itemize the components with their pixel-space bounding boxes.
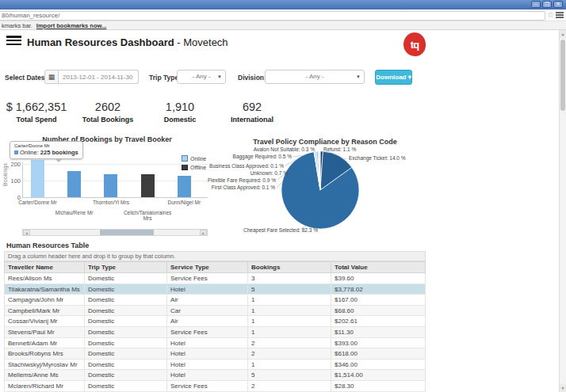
group-by-drop-zone[interactable]: Drag a column header here and drop it to…: [4, 251, 426, 261]
page-scrollbar[interactable]: ▲ ▼: [559, 30, 566, 392]
table-cell: Brooks/Robyns Mrs: [5, 348, 85, 359]
table-row[interactable]: Mellems/Anne MsDomesticHotel5$1,514.00: [5, 370, 425, 381]
x-axis-category-label: Michau/Rene Mr: [50, 210, 99, 215]
hamburger-menu-icon[interactable]: [6, 36, 21, 46]
table-cell: Domestic: [85, 273, 167, 284]
table-cell: $618.00: [331, 348, 425, 359]
table-cell: Air: [167, 295, 248, 305]
table-cell: 5: [248, 284, 331, 295]
table-cell: $3,778.02: [331, 284, 425, 295]
table-row[interactable]: Bennett/Adam MrDomesticHotel2$393.00: [5, 338, 425, 349]
trip-type-value: - Any -: [192, 73, 210, 80]
table-cell: 1: [248, 316, 331, 326]
pie-label-avalon-not-suitable: Avalon Not Suitable: 0.3 %: [254, 147, 315, 152]
table-cell: $11.30: [331, 327, 425, 337]
window-controls: – ❐ ✕: [531, 1, 563, 8]
kpi-value: 692: [216, 101, 289, 113]
legend-label: Online: [190, 156, 206, 162]
browser-menu-icon[interactable]: [556, 12, 564, 18]
x-axis-category-label: Celich/Tanialorraines Mrs: [123, 210, 172, 221]
table-row[interactable]: Campbell/Mark MrDomesticCar1$68.60: [5, 306, 425, 317]
window-titlebar[interactable]: – ❐ ✕: [0, 0, 566, 10]
kpi-value: 1,910: [143, 101, 216, 113]
table-title: Human Resources Table: [6, 242, 89, 249]
table-cell: $346.00: [331, 360, 425, 370]
legend-swatch-icon: [182, 164, 188, 170]
table-row[interactable]: Stevens/Paul MrDomesticService Fees1$11.…: [5, 327, 425, 338]
hscrollbar-thumb[interactable]: [100, 230, 154, 235]
legend-item-offline[interactable]: Offline: [182, 164, 206, 170]
y-tick-label: 200: [0, 161, 21, 168]
column-header-trip-type[interactable]: Trip Type: [85, 262, 167, 272]
table-cell: Domestic: [85, 381, 167, 391]
table-cell: Domestic: [85, 348, 167, 359]
scroll-right-icon[interactable]: ►: [200, 230, 207, 235]
table-row[interactable]: Campagna/John MrDomesticAir1$167.00: [5, 295, 425, 306]
bar-michau-rene-mr[interactable]: [67, 171, 81, 197]
scroll-up-icon[interactable]: ▲: [560, 30, 566, 38]
table-cell: Hotel: [167, 348, 248, 359]
bar-carter-donne-mr[interactable]: [31, 160, 44, 197]
trip-type-select[interactable]: - Any - ▼: [177, 70, 226, 84]
table-cell: Service Fees: [167, 273, 248, 284]
x-axis-category-label: Dunn/Nigel Mr: [159, 200, 208, 205]
table-cell: Mclaren/Richard Mr: [5, 381, 85, 391]
dashboard-title: Human Resources Dashboard: [27, 36, 174, 48]
kpi-label: International: [216, 116, 289, 124]
close-button[interactable]: ✕: [553, 1, 563, 8]
table-row[interactable]: Cossar/Vivianj MrDomesticAir1$202.61: [5, 316, 425, 327]
chart-hscrollbar[interactable]: ◄ ►: [22, 229, 208, 236]
series-marker-icon: [14, 150, 18, 154]
table-cell: Campbell/Mark Mr: [5, 306, 85, 316]
date-range-input[interactable]: [59, 70, 139, 84]
url-bar[interactable]: [0, 11, 545, 21]
legend-swatch-icon: [182, 155, 188, 162]
column-header-traveller-name[interactable]: Traveller Name: [5, 262, 85, 272]
legend-item-online[interactable]: Online: [182, 155, 206, 162]
page-title: Human Resources Dashboard - Movetech: [27, 36, 228, 48]
browser-toolbar: ☆: [0, 10, 566, 21]
column-header-total-value[interactable]: Total Value: [331, 262, 425, 272]
table-row[interactable]: Brooks/Robyns MrsDomesticHotel2$618.00: [5, 348, 425, 360]
table-cell: 3: [248, 273, 331, 284]
kpi-label: Total Spend: [0, 116, 73, 124]
table-row[interactable]: Stachiwskyj/Myroslav MrDomesticHotel1$34…: [5, 360, 425, 371]
kpi-total-spend: $ 1,662,351Total Spend: [0, 101, 73, 124]
column-header-service-type[interactable]: Service Type: [167, 262, 248, 272]
bar-thornton-yi-mrs[interactable]: [104, 174, 117, 197]
table-cell: Stevens/Paul Mr: [5, 327, 85, 337]
table-cell: Hotel: [167, 284, 248, 295]
bookmark-star-icon[interactable]: ☆: [547, 11, 554, 19]
company-name: - Movetech: [177, 36, 228, 48]
x-axis-line: [22, 197, 208, 198]
division-select[interactable]: - Any - ▼: [265, 70, 365, 84]
pie-label-baggage-required: Baggage Required: 0.5 %: [233, 154, 292, 159]
kpi-international: 692International: [216, 101, 289, 124]
division-label: Division:: [238, 74, 266, 82]
minimize-button[interactable]: –: [531, 1, 541, 8]
restore-button[interactable]: ❐: [542, 1, 552, 8]
download-button[interactable]: Download ▾: [375, 70, 412, 85]
table-cell: Domestic: [85, 327, 167, 337]
pie-label-flexible-fare-required: Flexible Fare Required: 0.9 %: [208, 177, 276, 183]
table-cell: Mellems/Anne Ms: [5, 370, 85, 380]
bar-celich-tanialorraines-mrs[interactable]: [141, 174, 155, 197]
scroll-left-icon[interactable]: ◄: [23, 230, 30, 235]
table-cell: 1: [248, 295, 331, 305]
import-bookmarks-link[interactable]: Import bookmarks now...: [36, 22, 106, 29]
table-row[interactable]: Tilakaratna/Samantha MsDomesticHotel5$3,…: [5, 284, 425, 295]
company-logo: tq: [403, 32, 426, 56]
column-header-bookings[interactable]: Bookings: [248, 262, 331, 272]
scroll-down-icon[interactable]: ▼: [560, 384, 566, 392]
scrollbar-thumb[interactable]: [560, 40, 565, 111]
table-cell: Hotel: [167, 360, 248, 370]
table-cell: Air: [167, 316, 248, 326]
table-row[interactable]: Mclaren/Richard MrDomesticService Fees2$…: [5, 381, 425, 392]
table-row[interactable]: Rees/Alison MsDomesticService Fees3$39.6…: [5, 273, 425, 284]
kpi-value: 2602: [71, 101, 144, 113]
bar-dunn-nigel-mr[interactable]: [178, 176, 191, 197]
table-cell: Domestic: [85, 306, 167, 316]
calendar-icon[interactable]: ▦: [44, 70, 59, 84]
y-axis-line: [22, 162, 23, 197]
kpi-domestic: 1,910Domestic: [143, 101, 216, 124]
